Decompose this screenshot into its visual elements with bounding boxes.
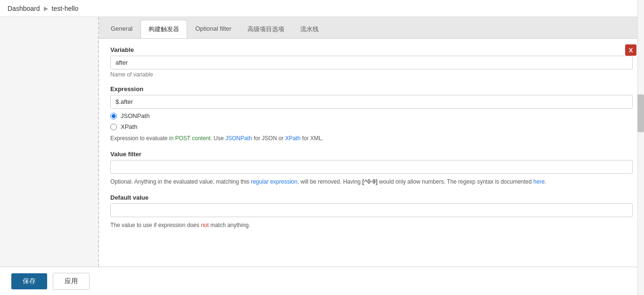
radio-xpath-input[interactable] xyxy=(110,124,117,130)
desc-xpath: XPath xyxy=(285,135,301,142)
expression-type-radio-group: JSONPath XPath xyxy=(110,112,633,130)
desc-here-link[interactable]: here xyxy=(533,178,545,185)
expression-desc: Expression to evaluate in POST content. … xyxy=(110,134,633,143)
scrollbar-thumb[interactable] xyxy=(637,94,644,132)
action-bar: 保存 应用 xyxy=(0,267,637,295)
save-button[interactable]: 保存 xyxy=(11,273,47,289)
expression-label: Expression xyxy=(110,85,633,93)
tab-advanced[interactable]: 高级项目选项 xyxy=(239,20,292,38)
variable-field-group: Variable Name of variable xyxy=(110,46,633,78)
value-filter-input[interactable] xyxy=(110,160,633,174)
tab-optional-filter[interactable]: Optional filter xyxy=(187,20,239,38)
default-value-input[interactable] xyxy=(110,203,633,217)
variable-hint: Name of variable xyxy=(110,71,633,78)
tab-build-trigger[interactable]: 构建触发器 xyxy=(140,20,187,38)
radio-jsonpath[interactable]: JSONPath xyxy=(110,112,633,119)
form-area: X Variable Name of variable Expression J… xyxy=(99,39,644,295)
sidebar xyxy=(0,17,99,295)
desc-regexp-example: [^0-9] xyxy=(362,178,377,185)
main-content: General 构建触发器 Optional filter 高级项目选项 流水线… xyxy=(0,17,644,295)
radio-xpath-label: XPath xyxy=(121,123,137,130)
panel: General 构建触发器 Optional filter 高级项目选项 流水线… xyxy=(99,17,644,295)
desc-regexp-link[interactable]: regular expression xyxy=(251,178,297,185)
default-value-label: Default value xyxy=(110,194,633,201)
tab-general[interactable]: General xyxy=(103,20,140,38)
breadcrumb-sep: ▶ xyxy=(44,5,48,12)
expression-input[interactable] xyxy=(110,95,633,109)
expression-field-group: Expression JSONPath XPath Expression to … xyxy=(110,85,633,143)
value-filter-desc: Optional. Anything in the evaluated valu… xyxy=(110,177,633,186)
radio-jsonpath-label: JSONPath xyxy=(121,112,149,119)
scrollbar-track[interactable] xyxy=(637,0,644,295)
value-filter-label: Value filter xyxy=(110,151,633,158)
variable-input[interactable] xyxy=(110,56,633,69)
default-value-desc: The value to use if expression does not … xyxy=(110,221,633,230)
radio-jsonpath-input[interactable] xyxy=(110,113,117,119)
default-value-field-group: Default value The value to use if expres… xyxy=(110,194,633,230)
variable-label: Variable xyxy=(110,46,633,53)
breadcrumb-home[interactable]: Dashboard xyxy=(8,5,40,12)
tabs-bar: General 构建触发器 Optional filter 高级项目选项 流水线 xyxy=(99,17,644,39)
apply-button[interactable]: 应用 xyxy=(53,273,90,290)
value-filter-field-group: Value filter Optional. Anything in the e… xyxy=(110,151,633,186)
desc-jsonpath: JSONPath xyxy=(225,135,252,142)
tab-pipeline[interactable]: 流水线 xyxy=(292,20,327,38)
desc-not: not xyxy=(201,222,209,228)
breadcrumb-bar: Dashboard ▶ test-hello xyxy=(0,0,644,17)
close-button[interactable]: X xyxy=(625,44,636,56)
desc-in-post: in POST content xyxy=(169,135,211,142)
breadcrumb-current: test-hello xyxy=(52,5,79,12)
radio-xpath[interactable]: XPath xyxy=(110,123,633,130)
